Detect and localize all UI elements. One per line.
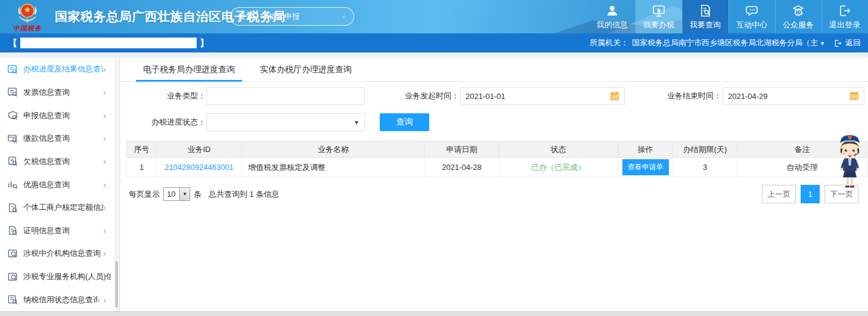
sidebar-scrollbar[interactable] <box>114 58 119 311</box>
col-deadline: 办结期限(天) <box>673 141 737 158</box>
sidebar-item-payment[interactable]: 缴款信息查询 › <box>0 127 114 150</box>
start-time-value: 2021-01-01 <box>466 92 506 101</box>
back-button[interactable]: 返回 <box>833 38 861 48</box>
business-id-link[interactable]: 2104280924463001 <box>165 163 234 172</box>
col-business-name: 业务名称 <box>242 141 425 158</box>
pagination: 每页显示 10 ▼ 条 总共查询到 1 条信息 上一页 1 下一页 <box>129 185 858 204</box>
credit-status-icon <box>7 294 18 305</box>
query-button[interactable]: 查询 <box>380 113 429 131</box>
cell-business-name: 增值税发票核定及调整 <box>242 158 425 177</box>
cell-action: 查看申请单 <box>618 158 673 177</box>
tab-label: 实体办税厅办理进度查询 <box>260 64 352 74</box>
sidebar-item-certificate[interactable]: 证明信息查询 › <box>0 219 114 242</box>
taxpayer-name-area: 【】 <box>8 33 209 52</box>
business-type-input[interactable] <box>206 87 365 105</box>
sidebar-item-credit-status[interactable]: 纳税信用状态信息查询 › › <box>0 288 114 311</box>
back-label: 返回 <box>845 38 861 48</box>
agency-icon <box>7 248 18 259</box>
certificate-icon <box>7 225 18 236</box>
end-time-label: 业务结束时间： <box>650 87 721 105</box>
current-page-button[interactable]: 1 <box>801 185 820 203</box>
main-content: 电子税务局办理进度查询 实体办税厅办理进度查询 业务类型： 业务发起时间： 20… <box>120 58 868 311</box>
service-credit-icon <box>7 271 18 283</box>
calendar-icon[interactable] <box>850 91 859 101</box>
sidebar-item-label: 办税进度及结果信息查询 <box>23 64 103 75</box>
tax-owed-icon <box>7 156 18 167</box>
nav-my-info[interactable]: 我的信息 <box>589 0 636 33</box>
sidebar-item-label: 证明信息查询 <box>23 225 103 236</box>
tab-bar: 电子税务局办理进度查询 实体办税厅办理进度查询 <box>120 58 868 82</box>
view-application-button[interactable]: 查看申请单 <box>622 159 669 175</box>
progress-status-select[interactable]: ▼ <box>206 113 365 131</box>
sidebar-item-label: 个体工商户核定定额信息查询 <box>23 202 103 213</box>
status-badge: 已办（已完成） <box>531 163 585 172</box>
nav-label: 我要办税 <box>643 20 674 30</box>
cell-seq: 1 <box>127 158 157 177</box>
sidebar-item-tax-owed[interactable]: 欠税信息查询 › <box>0 150 114 174</box>
select-arrow-icon: ▼ <box>354 119 359 126</box>
results-table: 序号 业务ID 业务名称 申请日期 状态 操作 办结期限(天) 备注 1 210… <box>126 141 867 177</box>
logout-icon <box>838 4 852 18</box>
nav-label: 我的信息 <box>597 20 628 30</box>
chat-icon <box>745 4 759 18</box>
search-input[interactable] <box>238 12 343 21</box>
sidebar-item-invoice[interactable]: 发票信息查询 › <box>0 81 114 104</box>
sidebar-item-label: 申报信息查询 <box>23 110 103 121</box>
top-header: 中国税务 国家税务总局广西壮族自治区电子税务局 我的信息 我要办税 <box>0 0 868 33</box>
search-icon[interactable] <box>343 11 346 22</box>
col-business-id: 业务ID <box>157 141 242 158</box>
sidebar-menu: 办税进度及结果信息查询 › 发票信息查询 › 申报信息查询 › 缴款信息查询 ›… <box>0 58 114 311</box>
logo-script-text: 中国税务 <box>5 25 50 32</box>
sidebar-item-label: 欠税信息查询 <box>23 156 103 167</box>
tab-etax-progress[interactable]: 电子税务局办理进度查询 <box>136 58 242 81</box>
chevron-right-icon: › <box>103 64 106 74</box>
individual-quota-icon <box>7 202 18 213</box>
total-count-text: 总共查询到 1 条信息 <box>209 189 279 200</box>
nav-label: 互动中心 <box>736 20 767 30</box>
cell-apply-date: 2021-04-28 <box>425 158 499 177</box>
header-search[interactable] <box>230 7 354 26</box>
tab-label: 电子税务局办理进度查询 <box>143 64 235 74</box>
nav-label: 我要查询 <box>690 20 721 30</box>
sidebar-item-progress-result[interactable]: 办税进度及结果信息查询 › <box>0 58 114 81</box>
sidebar-item-agency[interactable]: 涉税中介机构信息查询 › <box>0 242 114 265</box>
nav-interaction-center[interactable]: 互动中心 <box>728 0 775 33</box>
cell-business-id: 2104280924463001 <box>157 158 242 177</box>
prev-page-button[interactable]: 上一页 <box>762 185 796 203</box>
chevron-right-icon: › <box>103 203 106 212</box>
org-selector[interactable]: 国家税务总局南宁市西乡塘区税务局北湖税务分局（主▼ <box>632 38 825 48</box>
preference-icon <box>7 179 18 190</box>
payment-icon <box>7 133 18 144</box>
per-page-arrow-icon[interactable]: ▼ <box>179 188 190 200</box>
per-page-value: 10 <box>164 188 179 200</box>
sidebar-item-label: 优惠信息查询 <box>23 179 103 190</box>
nav-do-tax[interactable]: 我要办税 <box>636 0 682 33</box>
nav-query[interactable]: 我要查询 <box>682 0 728 33</box>
nav-public-service[interactable]: 公众服务 <box>775 0 822 33</box>
declaration-icon <box>7 110 18 121</box>
sidebar-item-preference[interactable]: 优惠信息查询 › <box>0 173 114 196</box>
sidebar-item-declaration[interactable]: 申报信息查询 › <box>0 104 114 127</box>
calendar-icon[interactable] <box>610 91 619 101</box>
col-apply-date: 申请日期 <box>425 141 499 158</box>
chevron-right-icon: › <box>103 226 106 236</box>
tax-logo: 中国税务 <box>5 1 50 33</box>
user-icon <box>605 4 619 18</box>
sidebar-item-service-credit[interactable]: 涉税专业服务机构(人员)信用查询 <box>0 265 114 289</box>
tab-hall-progress[interactable]: 实体办税厅办理进度查询 <box>253 58 359 81</box>
doc-search-icon <box>698 4 712 18</box>
sidebar-scrollbar-thumb[interactable] <box>115 261 118 308</box>
progress-result-icon <box>7 64 18 75</box>
start-time-input[interactable]: 2021-01-01 <box>460 87 625 105</box>
chevron-right-icon: › <box>103 88 106 97</box>
sidebar: 办税进度及结果信息查询 › 发票信息查询 › 申报信息查询 › 缴款信息查询 ›… <box>0 58 120 311</box>
sidebar-item-label: 纳税信用状态信息查询 <box>23 295 97 305</box>
caret-down-icon[interactable]: ▼ <box>820 41 825 47</box>
chevron-right-icon: › <box>103 295 106 305</box>
end-time-input[interactable]: 2021-04-29 <box>723 87 864 105</box>
cell-deadline: 3 <box>673 158 737 177</box>
sidebar-item-individual-quota[interactable]: 个体工商户核定定额信息查询 › <box>0 196 114 219</box>
per-page-select[interactable]: 10 ▼ <box>163 187 190 201</box>
top-nav: 我的信息 我要办税 我要查询 <box>589 0 868 33</box>
nav-logout[interactable]: 退出登录 <box>822 0 868 33</box>
